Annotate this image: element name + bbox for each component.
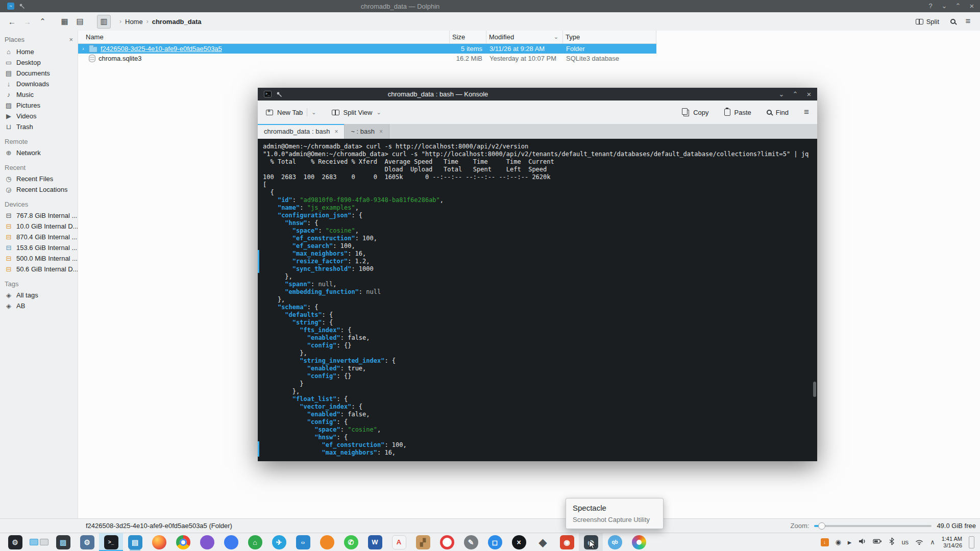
column-header-name[interactable]: Name [78,31,450,43]
column-header-type[interactable]: Type [563,31,656,43]
record-icon[interactable]: ◉ [836,538,841,546]
terminal-output[interactable]: admin@Omen:~/chromadb_data> curl -s http… [258,139,817,461]
taskbar-whatsapp-icon[interactable]: ✆ [339,533,363,551]
taskbar-konsole-icon[interactable]: >_ [99,533,123,551]
file-row-chroma-sqlite3[interactable]: chroma.sqlite316.2 MiBYesterday at 10:07… [78,54,656,63]
file-row-f2426508-3d25-4e10-afe9-e0fd5ae503a5[interactable]: ›f2426508-3d25-4e10-afe9-e0fd5ae503a55 i… [78,44,656,54]
maximize-button[interactable]: ⌃ [954,2,962,10]
sidebar-item-recent-files[interactable]: ◷Recent Files [0,173,78,184]
taskbar-green-home-app-icon[interactable]: ⌂ [243,533,267,551]
hamburger-menu-button[interactable]: ≡ [804,107,809,117]
network-icon[interactable] [915,537,923,547]
taskbar-qbittorrent-icon[interactable]: qb [603,533,627,551]
tab-close-icon[interactable]: × [334,128,338,135]
taskbar-opera-icon[interactable] [435,533,459,551]
taskbar-gimp-icon[interactable]: ✎ [459,533,483,551]
taskbar-x-app-icon[interactable]: × [507,533,531,551]
split-view-button[interactable]: Split View ⌄ [332,109,381,116]
expander-icon[interactable]: › [81,46,86,52]
sidebar-item-downloads[interactable]: ↓Downloads [0,79,78,89]
maximize-button[interactable]: ⌃ [791,90,799,98]
taskbar-blue-circle-app-icon[interactable]: ◻ [483,533,507,551]
chevron-down-icon[interactable]: ⌄ [311,109,316,116]
panel-toggle-button[interactable] [969,536,974,548]
sidebar-item-documents[interactable]: ▤Documents [0,68,78,79]
up-button[interactable]: ⌃ [36,15,50,29]
new-tab-button[interactable]: New Tab ⌄ [266,108,316,116]
sidebar-item-network[interactable]: ⊕Network [0,147,78,158]
split-button[interactable]: Split [916,18,939,26]
zoom-slider-handle[interactable] [818,522,825,530]
sidebar-item-pictures[interactable]: ▨Pictures [0,100,78,111]
chevron-down-icon[interactable]: ⌄ [376,109,381,116]
keyboard-layout-indicator[interactable]: us [901,538,909,546]
taskbar-tan-app-icon[interactable]: ▞ [411,533,435,551]
sidebar-item-767-8-gib-internal[interactable]: ⊟767.8 GiB Internal ... [0,210,78,221]
taskbar-red-a-app-icon[interactable]: A [387,533,411,551]
taskbar-purple-app-icon[interactable] [195,533,219,551]
expand-tray-icon[interactable]: ∧ [930,538,935,546]
close-button[interactable]: × [968,2,976,10]
taskbar-app-launcher-icon[interactable]: ⚙ [3,533,27,551]
taskbar-vscode-icon[interactable]: ‹› [291,533,315,551]
taskbar-telegram-icon[interactable]: ✈ [267,533,291,551]
sidebar-item-10-0-gib-internal-d[interactable]: ⊟10.0 GiB Internal D... [0,221,78,232]
pin-icon[interactable] [276,91,282,97]
sidebar-item-desktop[interactable]: ▭Desktop [0,57,78,68]
minimize-button[interactable]: ⌄ [940,2,948,10]
places-close-icon[interactable]: × [69,36,73,43]
help-button[interactable]: ? [926,2,935,10]
sidebar-item-50-6-gib-internal-d[interactable]: ⊟50.6 GiB Internal D... [0,264,78,274]
taskbar-rainbow-app-icon[interactable] [627,533,651,551]
back-button[interactable]: ← [5,15,19,29]
taskbar-red-app-icon[interactable]: ◉ [555,533,579,551]
sidebar-item-music[interactable]: ♪Music [0,89,78,100]
virtual-desktop-2[interactable] [40,539,48,545]
taskbar-messenger-app-icon[interactable] [219,533,243,551]
breadcrumb-home[interactable]: Home [125,18,143,26]
taskbar-orange-app-icon[interactable] [315,533,339,551]
volume-icon[interactable] [858,537,866,547]
details-view-button[interactable]: ▥ [97,15,111,29]
taskbar-diamond-app-icon[interactable]: ◆ [531,533,555,551]
compact-view-button[interactable]: ▤ [73,15,87,29]
breadcrumb-current-folder[interactable]: chromadb_data [152,18,202,26]
taskbar-chrome-icon[interactable] [171,533,195,551]
icons-view-button[interactable]: ▦ [58,15,71,29]
taskbar-image-viewer-icon[interactable]: ▨ [51,533,75,551]
pin-icon[interactable] [19,3,25,9]
zoom-slider[interactable] [814,525,932,527]
taskbar-word-icon[interactable]: W [363,533,387,551]
dolphin-titlebar[interactable]: ~ chromadb_data — Dolphin ? ⌄ ⌃ × [0,0,980,12]
column-header-size[interactable]: Size [450,31,486,43]
sidebar-item-videos[interactable]: ▶Videos [0,111,78,121]
minimize-button[interactable]: ⌄ [777,90,786,98]
sidebar-item-500-0-mib-internal[interactable]: ⊟500.0 MiB Internal ... [0,253,78,264]
tab-close-icon[interactable]: × [379,128,383,135]
sidebar-item-home[interactable]: ⌂Home [0,46,78,57]
copy-button[interactable]: Copy [682,108,708,116]
hamburger-menu-button[interactable]: ≡ [961,15,975,29]
close-button[interactable]: × [805,90,813,98]
virtual-desktop-1[interactable] [30,539,38,545]
tab-home-bash[interactable]: ~ : bash × [345,124,389,139]
battery-icon[interactable] [873,537,882,547]
bluetooth-icon[interactable] [889,537,895,547]
sidebar-item-870-4-gib-internal[interactable]: ⊟870.4 GiB Internal ... [0,232,78,242]
search-button[interactable] [946,15,960,29]
paste-button[interactable]: Paste [724,109,751,116]
sidebar-item-ab[interactable]: ◈AB [0,300,78,311]
clock[interactable]: 1:41 AM 3/14/26 [942,536,962,548]
taskbar-dolphin-icon[interactable]: ▤ [123,533,147,551]
konsole-titlebar[interactable]: >_ chromadb_data : bash — Konsole ⌄ ⌃ × [258,88,817,101]
sidebar-item-153-6-gib-internal[interactable]: ⊟153.6 GiB Internal ... [0,242,78,253]
taskbar-system-settings-icon[interactable]: ⚙ [75,533,99,551]
tab-chromadb-data-bash[interactable]: chromadb_data : bash × [258,124,345,139]
sidebar-item-recent-locations[interactable]: ◶Recent Locations [0,184,78,195]
update-icon[interactable]: ↓ [821,538,829,546]
sidebar-item-all-tags[interactable]: ◈All tags [0,290,78,300]
forward-button[interactable]: → [20,15,34,29]
taskbar-virtual-desktop-pager[interactable] [27,533,51,551]
column-header-modified[interactable]: Modified⌄ [486,31,563,43]
taskbar-firefox-icon[interactable] [147,533,171,551]
